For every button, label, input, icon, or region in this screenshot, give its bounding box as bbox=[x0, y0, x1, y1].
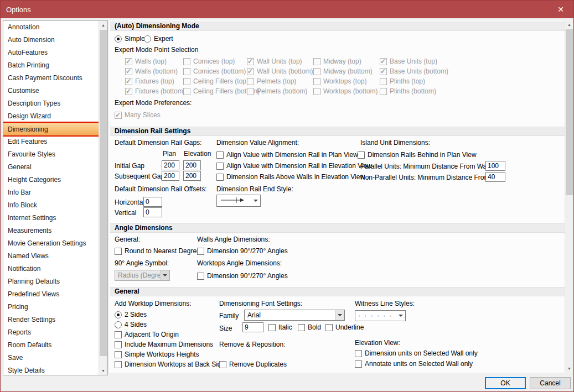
vertical-offset-input[interactable] bbox=[143, 207, 162, 217]
checkbox-wall-units-bottom[interactable]: Wall Units (bottom) bbox=[247, 67, 313, 75]
scroll-down-icon[interactable]: ▼ bbox=[99, 367, 107, 375]
sidebar-item-edit-features[interactable]: Edit Features bbox=[3, 135, 99, 148]
font-family-dropdown[interactable]: Arial bbox=[244, 310, 345, 321]
checkbox-worktops-90-270-angles[interactable]: Dimension 90°/270° Angles bbox=[197, 272, 288, 280]
checkbox-align-value-elevation-view[interactable]: Align Value with Dimension Rail in Eleva… bbox=[216, 162, 372, 170]
checkbox-remove-duplicates[interactable]: Remove Duplicates bbox=[219, 360, 287, 368]
checkbox-walls-top[interactable]: Walls (top) bbox=[125, 58, 167, 65]
elevation-column-label: Elevation bbox=[184, 150, 211, 158]
sidebar-item-room-defaults[interactable]: Room Defaults bbox=[3, 339, 99, 352]
sidebar-item-pricing[interactable]: Pricing bbox=[3, 301, 99, 313]
radio-simple[interactable]: Simple bbox=[115, 35, 145, 43]
sidebar-item-style-details[interactable]: Style Details bbox=[3, 364, 99, 375]
checkbox-worktops-top[interactable]: Worktops (top) bbox=[313, 77, 366, 85]
sidebar-item-internet-settings[interactable]: Internet Settings bbox=[3, 212, 99, 224]
checkbox-walls-bottom[interactable]: Walls (bottom) bbox=[125, 67, 178, 75]
checkbox-midway-bottom[interactable]: Midway (bottom) bbox=[313, 67, 373, 75]
checkbox-cornices-top[interactable]: Cornices (top) bbox=[183, 58, 235, 65]
subsequent-gap-elevation-input[interactable] bbox=[183, 171, 201, 181]
checkbox-box bbox=[216, 163, 224, 170]
checkbox-italic[interactable]: Italic bbox=[268, 323, 292, 331]
sidebar-scrollbar-thumb[interactable] bbox=[100, 30, 107, 356]
checkbox-annotate-units-selected-wall[interactable]: Annotate units on Selected Wall only bbox=[355, 360, 473, 368]
checkbox-pelmets-bottom[interactable]: Pelmets (bottom) bbox=[247, 87, 307, 95]
checkbox-plinths-bottom[interactable]: Plinths (bottom) bbox=[380, 87, 436, 95]
sidebar-item-cash-payment-discounts[interactable]: Cash Payment Discounts bbox=[3, 72, 99, 85]
island-unit-title: Island Unit Dimensions: bbox=[360, 139, 430, 147]
main-scrollbar-thumb[interactable] bbox=[566, 29, 573, 195]
checkbox-fixtures-bottom[interactable]: Fixtures (bottom) bbox=[125, 87, 185, 95]
sidebar-item-predefined-views[interactable]: Predefined Views bbox=[3, 288, 99, 301]
cancel-button[interactable]: Cancel bbox=[530, 377, 571, 389]
sidebar-item-render-settings[interactable]: Render Settings bbox=[3, 313, 99, 326]
scroll-down-icon[interactable]: ▼ bbox=[565, 364, 573, 373]
initial-gap-elevation-input[interactable] bbox=[183, 160, 201, 170]
checkbox-simple-worktops-heights[interactable]: Simple Worktops Heights bbox=[115, 351, 199, 358]
checkbox-align-value-plan-view[interactable]: Align Value with Dimension Rail in Plan … bbox=[216, 151, 358, 159]
rail-offsets-title: Default Dimension Rail Offsets: bbox=[115, 185, 207, 194]
ok-button[interactable]: OK bbox=[485, 377, 526, 389]
sidebar-item-named-views[interactable]: Named Views bbox=[3, 250, 99, 263]
sidebar-item-info-block[interactable]: Info Block bbox=[3, 199, 99, 212]
radio-expert[interactable]: Expert bbox=[144, 35, 173, 43]
checkbox-wall-units-top[interactable]: Wall Units (top) bbox=[247, 58, 302, 65]
checkbox-base-units-top[interactable]: Base Units (top) bbox=[380, 58, 437, 65]
initial-gap-plan-input[interactable] bbox=[162, 160, 179, 170]
angle-symbol-dropdown[interactable]: Radius (Degrees) bbox=[115, 270, 170, 281]
sidebar-item-measurements[interactable]: Measurements bbox=[3, 224, 99, 237]
checkbox-worktops-bottom[interactable]: Worktops (bottom) bbox=[313, 87, 378, 95]
sidebar-item-notification[interactable]: Notification bbox=[3, 263, 99, 275]
close-icon[interactable]: ✕ bbox=[548, 1, 573, 18]
scroll-up-icon[interactable]: ▲ bbox=[99, 21, 107, 29]
sidebar-item-autofeatures[interactable]: AutoFeatures bbox=[3, 46, 99, 59]
rail-end-style-dropdown[interactable] bbox=[216, 195, 261, 207]
sidebar-item-favourite-styles[interactable]: Favourite Styles bbox=[3, 148, 99, 161]
sidebar-scrollbar[interactable]: ▲ ▼ bbox=[99, 21, 107, 375]
sidebar-item-description-types[interactable]: Description Types bbox=[3, 97, 99, 110]
checkbox-box bbox=[380, 58, 387, 65]
sidebar-item-reports[interactable]: Reports bbox=[3, 326, 99, 339]
sidebar-item-height-categories[interactable]: Height Categories bbox=[3, 174, 99, 186]
checkbox-many-slices[interactable]: Many Slices bbox=[115, 111, 161, 119]
checkbox-bold[interactable]: Bold bbox=[298, 323, 321, 331]
horizontal-offset-input[interactable] bbox=[143, 197, 162, 207]
checkbox-walls-90-270-angles[interactable]: Dimension 90°/270° Angles bbox=[197, 247, 288, 255]
sidebar-item-design-wizard[interactable]: Design Wizard bbox=[3, 110, 99, 123]
sidebar-item-save[interactable]: Save bbox=[3, 352, 99, 364]
checkbox-adjacent-to-origin[interactable]: Adjacent To Origin bbox=[115, 331, 179, 338]
checkbox-dimension-units-selected-wall[interactable]: Dimension units on Selected Wall only bbox=[355, 349, 478, 357]
checkbox-include-maximum-dimensions[interactable]: Include Maximum Dimensions bbox=[115, 341, 213, 348]
checkbox-rails-above-walls[interactable]: Dimension Rails Above Walls in Elevation… bbox=[216, 173, 365, 181]
checkbox-plinths-top[interactable]: Plinths (top) bbox=[380, 77, 425, 85]
checkbox-midway-top[interactable]: Midway (top) bbox=[313, 58, 361, 65]
sidebar-item-planning-defaults[interactable]: Planning Defaults bbox=[3, 275, 99, 288]
sidebar-item-info-bar[interactable]: Info Bar bbox=[3, 186, 99, 199]
witness-line-style-dropdown[interactable]: · · · · · · · bbox=[355, 310, 406, 321]
sidebar-item-customise[interactable]: Customise bbox=[3, 85, 99, 97]
sidebar-item-auto-dimension[interactable]: Auto Dimension bbox=[3, 34, 99, 46]
checkbox-round-to-nearest-degree[interactable]: Round to Nearest Degree bbox=[115, 247, 200, 255]
checkbox-base-units-bottom[interactable]: Base Units (bottom) bbox=[380, 67, 448, 75]
sidebar-item-movie-generation-settings[interactable]: Movie Generation Settings bbox=[3, 237, 99, 250]
nonparallel-units-distance-input[interactable] bbox=[485, 172, 505, 182]
checkbox-underline[interactable]: Underline bbox=[325, 323, 364, 331]
radio-4-sides[interactable]: 4 Sides bbox=[115, 321, 147, 328]
radio-2-sides[interactable]: 2 Sides bbox=[115, 311, 147, 318]
sidebar-item-batch-printing[interactable]: Batch Printing bbox=[3, 59, 99, 72]
checkbox-box bbox=[115, 341, 122, 348]
sidebar-item-dimensioning[interactable]: Dimensioning bbox=[3, 123, 99, 135]
checkbox-pelmets-top[interactable]: Pelmets (top) bbox=[247, 77, 296, 85]
checkbox-cornices-bottom[interactable]: Cornices (bottom) bbox=[183, 67, 246, 75]
checkbox-ceiling-fillers-top[interactable]: Ceiling Fillers (top) bbox=[183, 77, 249, 85]
main-scrollbar[interactable]: ▲ ▼ bbox=[565, 20, 573, 373]
sidebar-item-general[interactable]: General bbox=[3, 161, 99, 174]
checkbox-box bbox=[125, 78, 132, 85]
scroll-up-icon[interactable]: ▲ bbox=[565, 20, 573, 29]
font-size-input[interactable] bbox=[242, 322, 263, 332]
checkbox-rails-behind-plan-view[interactable]: Dimension Rails Behind in Plan View bbox=[358, 151, 477, 159]
checkbox-fixtures-top[interactable]: Fixtures (top) bbox=[125, 77, 174, 85]
checkbox-dimension-worktops-back-side[interactable]: Dimension Worktops at Back Side bbox=[115, 360, 225, 368]
subsequent-gap-plan-input[interactable] bbox=[162, 171, 179, 181]
sidebar-item-annotation[interactable]: Annotation bbox=[3, 21, 99, 34]
parallel-units-distance-input[interactable] bbox=[485, 161, 505, 171]
